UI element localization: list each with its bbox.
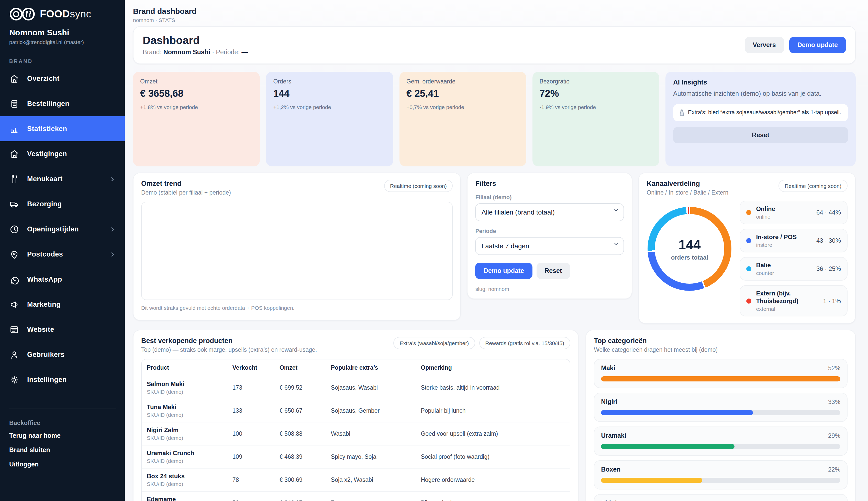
legend-value: 36 · 25% — [816, 265, 841, 273]
legend-sublabel: external — [756, 306, 818, 312]
sidebar-item-label: Postcodes — [27, 250, 109, 258]
sidebar-item-openingstijden[interactable]: Openingstijden — [0, 216, 125, 242]
sidebar-item-website[interactable]: Website — [0, 317, 125, 342]
backoffice-label: Backoffice — [0, 409, 125, 427]
filter-actions: Demo update Reset — [475, 263, 624, 279]
sidebar-item-overzicht[interactable]: Overzicht — [0, 66, 125, 91]
sidebar-link-uitloggen[interactable]: Uitloggen — [0, 456, 125, 470]
cell-opmerking: Sterke basis, altijd in voorraad — [416, 376, 570, 399]
best-products-card: Best verkopende producten Top (demo) — s… — [133, 330, 579, 501]
legend-text: In-store / POS instore — [756, 234, 812, 248]
cell-extras: Sojasaus, Gember — [326, 399, 416, 422]
sidebar-item-marketing[interactable]: Marketing — [0, 292, 125, 317]
sidebar-item-bestellingen[interactable]: Bestellingen — [0, 91, 125, 116]
filiaal-select[interactable]: Alle filialen (brand totaal) — [475, 203, 624, 221]
table-column-header: Omzet — [274, 360, 326, 376]
sidebar-item-instellingen[interactable]: Instellingen — [0, 367, 125, 392]
demo-update-button[interactable]: Demo update — [789, 37, 846, 53]
sidebar-item-label: Marketing — [27, 300, 116, 308]
cell-opmerking: Populair bij lunch — [416, 399, 570, 422]
legend-name: Extern (bijv. Thuisbezorgd) — [756, 290, 818, 305]
category-item-boxen: Boxen 22% — [594, 460, 847, 490]
legend-item-online: Online online 64 · 44% — [740, 201, 847, 224]
sidebar-item-vestigingen[interactable]: Vestigingen — [0, 141, 125, 167]
channel-legend: Online online 64 · 44% In-store / POS in… — [740, 201, 847, 317]
periode-filter-label: Periode — [475, 228, 624, 234]
product-badge: Rewards (gratis rol v.a. 15/30/45) — [479, 337, 570, 349]
top-categories-subtitle: Welke categorieën dragen het meest bij (… — [594, 347, 847, 353]
cell-opmerking: Hogere orderwaarde — [416, 468, 570, 491]
kanaalverdeling-subtitle: Online / In-store / Balie / Extern — [647, 190, 728, 195]
donut-total-value: 144 — [679, 237, 701, 253]
top-categories-title: Top categorieën — [594, 337, 847, 344]
sidebar-item-whatsapp[interactable]: WhatsApp — [0, 267, 125, 292]
dashboard-header-text: Dashboard Brand: Nomnom Sushi · Periode:… — [143, 34, 248, 56]
kpi-delta: -1,9% vs vorige periode — [540, 104, 652, 110]
kpi-card-orders: Orders 144 +1,2% vs vorige periode — [266, 72, 393, 167]
legend-name: Online — [756, 205, 812, 213]
megaphone-icon — [9, 299, 20, 309]
bottom-row: Best verkopende producten Top (demo) — s… — [133, 330, 856, 501]
category-item-side-extras: Side/Extras 19% — [594, 494, 847, 501]
table-column-header: Product — [142, 360, 227, 376]
kpi-value: € 25,41 — [406, 88, 519, 99]
category-bar-fill — [601, 478, 702, 483]
legend-item-balie: Balie counter 36 · 25% — [740, 257, 847, 280]
cell-product: Uramaki Crunch SKU/ID (demo) — [142, 445, 227, 468]
plate-icon — [9, 7, 23, 21]
middle-row: Omzet trend Demo (stabiel per filiaal + … — [133, 172, 856, 323]
sidebar-item-label: Statistieken — [27, 125, 116, 132]
cell-verkocht: 100 — [227, 422, 274, 445]
best-products-title: Best verkopende producten — [141, 337, 317, 344]
sidebar-item-postcodes[interactable]: Postcodes — [0, 242, 125, 267]
pin-icon — [9, 249, 20, 259]
category-row: Maki 52% — [601, 364, 840, 372]
header-actions: Ververs Demo update — [745, 37, 846, 53]
truck-icon — [9, 199, 20, 209]
chevron-right-icon — [109, 251, 116, 257]
sidebar-item-bezorging[interactable]: Bezorging — [0, 192, 125, 216]
sidebar-link-brand-sluiten[interactable]: Brand sluiten — [0, 442, 125, 456]
legend-value: 43 · 30% — [816, 237, 841, 244]
ai-reset-button[interactable]: Reset — [673, 127, 848, 143]
sidebar-item-label: Website — [27, 326, 116, 333]
salt-shaker-icon — [679, 109, 685, 116]
product-sku: SKU/ID (demo) — [147, 458, 222, 464]
ai-insight-text: Extra’s: bied “extra sojasaus/wasabi/gem… — [688, 108, 841, 117]
donut-center: 144 orders totaal — [648, 207, 732, 291]
browser-icon — [9, 324, 20, 334]
kpi-delta: +1,8% vs vorige periode — [140, 104, 253, 110]
cell-verkocht: 58 — [227, 491, 274, 501]
category-percent: 29% — [828, 432, 840, 439]
kpi-delta: +1,2% vs vorige periode — [273, 104, 386, 110]
filters-demo-update-button[interactable]: Demo update — [475, 263, 532, 279]
category-percent: 22% — [828, 466, 840, 473]
sidebar-item-label: Bestellingen — [27, 100, 116, 107]
sidebar-item-label: Bezorging — [27, 200, 116, 208]
sidebar-item-statistieken[interactable]: Statistieken — [0, 116, 125, 141]
filiaal-label: Filiaal (demo) — [475, 194, 624, 200]
category-name: Side/Extras — [601, 500, 636, 501]
cell-extras: Zout — [326, 491, 416, 501]
app-window: FOODsync Nomnom Sushi patrick@trenddigit… — [0, 0, 868, 501]
product-badge: Extra’s (wasabi/soja/gember) — [394, 337, 475, 349]
omzet-trend-card: Omzet trend Demo (stabiel per filiaal + … — [133, 172, 461, 320]
omzet-trend-title: Omzet trend — [141, 180, 231, 188]
category-percent: 52% — [828, 364, 840, 372]
refresh-button[interactable]: Ververs — [745, 37, 784, 53]
kanaalverdeling-title: Kanaalverdeling — [647, 180, 728, 188]
sidebar-item-gebruikers[interactable]: Gebruikers — [0, 342, 125, 367]
cell-omzet: € 246,37 — [274, 491, 326, 501]
main-content: Brand dashboard nomnom · STATS Dashboard… — [125, 0, 868, 501]
periode-select[interactable]: Laatste 7 dagen — [475, 237, 624, 255]
category-row: Uramaki 29% — [601, 432, 840, 439]
legend-name: In-store / POS — [756, 234, 812, 241]
sidebar-item-menukaart[interactable]: Menukaart — [0, 167, 125, 192]
best-products-titles: Best verkopende producten Top (demo) — s… — [141, 337, 317, 353]
products-table: ProductVerkochtOmzetPopulaire extra’sOpm… — [142, 360, 570, 501]
legend-value: 64 · 44% — [816, 209, 841, 216]
filters-reset-button[interactable]: Reset — [536, 263, 570, 279]
legend-dot-icon — [746, 266, 751, 271]
legend-item-in-store-pos: In-store / POS instore 43 · 30% — [740, 229, 847, 253]
sidebar-link-terug-naar-home[interactable]: Terug naar home — [0, 427, 125, 442]
